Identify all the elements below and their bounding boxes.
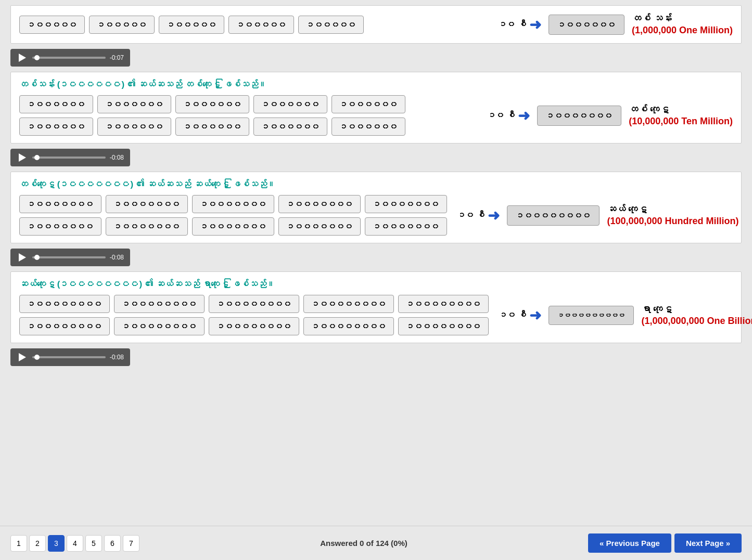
page-btn-7[interactable]: 7 (123, 535, 139, 552)
section1-box: ၁၀၀၀၀၀၀ (19, 118, 93, 136)
page-btn-5[interactable]: 5 (85, 535, 102, 552)
footer: 1234567 Answered 0 of 124 (0%) « Previou… (0, 526, 752, 560)
section1-arrow-label: ၁၀ စီ (488, 111, 515, 120)
section3-box: ၁၀၀၀၀၀၀၀၀ (114, 317, 205, 335)
top-strip-box: ၁၀၀၀၀၀ (89, 16, 155, 34)
page-btn-3[interactable]: 3 (48, 535, 65, 552)
section2-box: ၁၀၀၀၀၀၀၀ (192, 195, 274, 213)
top-result-english: (1,000,000 One Million) (632, 25, 733, 36)
answered-label: Answered 0 of 124 (0%) (320, 539, 407, 548)
section1-box: ၁၀၀၀၀၀၀ (97, 95, 171, 113)
section3-box: ၁၀၀၀၀၀၀၀၀ (398, 317, 489, 335)
section2-result-name: ဆယ် ကုဋေ (607, 204, 738, 215)
play-triangle-2 (19, 153, 26, 162)
section1-result-english: (10,000,000 Ten Million) (629, 116, 733, 127)
top-strip-box: ၁၀၀၀၀၀ (298, 16, 364, 34)
play-triangle-1 (19, 54, 26, 62)
page-btn-6[interactable]: 6 (104, 535, 121, 552)
progress-thumb-4 (34, 355, 40, 360)
next-page-button[interactable]: Next Page » (674, 533, 742, 553)
prev-page-button[interactable]: « Previous Page (588, 533, 671, 553)
section1-box: ၁၀၀၀၀၀၀ (19, 95, 93, 113)
section2-box: ၁၀၀၀၀၀၀၀ (106, 217, 188, 236)
audio-player-1[interactable]: -0:07 (10, 49, 130, 67)
section2-arrow-label: ၁၀ စီ (457, 211, 485, 220)
audio-player-2[interactable]: -0:08 (10, 149, 130, 166)
progress-track-2[interactable] (32, 157, 106, 159)
audio-time-3: -0:08 (110, 254, 124, 261)
section3-result-name: ရာ ကုဋေ (641, 304, 752, 315)
audio-player-3[interactable]: -0:08 (10, 249, 130, 266)
section2-arrow-icon: ➜ (488, 207, 500, 224)
section1-box: ၁၀၀၀၀၀၀ (175, 118, 249, 136)
top-strip-box: ၁၀၀၀၀၀ (228, 16, 294, 34)
top-arrow-label: ၁၀ စီ (499, 20, 526, 29)
section3-result-english: (1,000,000,000 One Billion) (641, 316, 752, 327)
audio-time-2: -0:08 (110, 154, 124, 161)
section2-box: ၁၀၀၀၀၀၀၀ (365, 217, 447, 236)
section2-box: ၁၀၀၀၀၀၀၀ (365, 195, 447, 213)
section3-heading: ဆယ်ကုဋေ (၁၀၀၀၀၀၀၀၀) ၏ ဆယ်ဆသည် ရာကုဋေ ဖြစ… (19, 279, 733, 290)
section1-result-box: ၁၀၀၀၀၀၀၀ (537, 106, 621, 126)
section3-box: ၁၀၀၀၀၀၀၀၀ (398, 295, 489, 313)
progress-track-3[interactable] (32, 256, 106, 258)
section2-box: ၁၀၀၀၀၀၀၀ (278, 195, 361, 213)
play-triangle-3 (19, 253, 26, 262)
section3-box: ၁၀၀၀၀၀၀၀၀ (209, 295, 299, 313)
progress-thumb-3 (34, 255, 40, 260)
section1-heading: တစ်သန်း (၁၀၀၀၀၀၀) ၏ ဆယ်ဆသည် တစ်ကုဋေ ဖြစ်… (19, 80, 733, 90)
section3-result-box: ၁၀၀၀၀၀၀၀၀၀ (549, 306, 634, 325)
section3-box: ၁၀၀၀၀၀၀၀၀ (209, 317, 299, 335)
page-btn-4[interactable]: 4 (67, 535, 83, 552)
pagination: 1234567 (10, 535, 139, 552)
progress-thumb-1 (34, 55, 40, 60)
section1-box: ၁၀၀၀၀၀၀ (332, 118, 405, 136)
section2-result-box: ၁၀၀၀၀၀၀၀၀ (507, 205, 600, 226)
section3-box: ၁၀၀၀၀၀၀၀၀ (303, 295, 394, 313)
section3-box: ၁၀၀၀၀၀၀၀၀ (114, 295, 205, 313)
top-result-box: ၁၀၀၀၀၀၀ (549, 15, 624, 35)
top-arrow-icon: ➜ (529, 16, 541, 33)
section1-box: ၁၀၀၀၀၀၀ (253, 118, 327, 136)
section2-result-english: (100,000,000 Hundred Million) (607, 216, 738, 227)
section1-box: ၁၀၀၀၀၀၀ (97, 118, 171, 136)
section3-arrow-label: ၁၀ စီ (499, 310, 526, 320)
section1-arrow-icon: ➜ (518, 107, 530, 124)
section3-box: ၁၀၀၀၀၀၀၀၀ (303, 317, 394, 335)
top-strip-box: ၁၀၀၀၀၀ (159, 16, 224, 34)
play-button-2[interactable] (17, 152, 28, 163)
section1-box: ၁၀၀၀၀၀၀ (332, 95, 405, 113)
section1-box: ၁၀၀၀၀၀၀ (175, 95, 249, 113)
nav-buttons: « Previous Page Next Page » (588, 533, 742, 553)
section2-heading: တစ်ကုဋေ (၁၀၀၀၀၀၀၀) ၏ ဆယ်ဆသည် ဆယ်ကုဋေ ဖြစ… (19, 179, 733, 190)
page-btn-2[interactable]: 2 (29, 535, 46, 552)
top-result-name: တစ် သန်း (632, 13, 733, 24)
progress-thumb-2 (34, 155, 40, 160)
page-btn-1[interactable]: 1 (10, 535, 27, 552)
progress-track-1[interactable] (32, 57, 106, 59)
audio-time-1: -0:07 (110, 54, 124, 61)
section2-box: ၁၀၀၀၀၀၀၀ (192, 217, 274, 236)
section1-result-name: တစ် ကုဋေ (629, 104, 733, 115)
progress-track-4[interactable] (32, 356, 106, 358)
section2-box: ၁၀၀၀၀၀၀၀ (106, 195, 188, 213)
top-strip-box: ၁၀၀၀၀၀ (19, 16, 85, 34)
section3-arrow-icon: ➜ (529, 307, 541, 324)
section2-box: ၁၀၀၀၀၀၀၀ (278, 217, 361, 236)
play-button-4[interactable] (17, 351, 28, 363)
section2-box: ၁၀၀၀၀၀၀၀ (19, 217, 101, 236)
play-button-1[interactable] (17, 52, 28, 63)
section2-box: ၁၀၀၀၀၀၀၀ (19, 195, 101, 213)
section3-box: ၁၀၀၀၀၀၀၀၀ (19, 295, 110, 313)
audio-time-4: -0:08 (110, 354, 124, 361)
play-triangle-4 (19, 353, 26, 361)
audio-player-4[interactable]: -0:08 (10, 348, 130, 366)
section3-box: ၁၀၀၀၀၀၀၀၀ (19, 317, 110, 335)
play-button-3[interactable] (17, 252, 28, 263)
section1-box: ၁၀၀၀၀၀၀ (253, 95, 327, 113)
